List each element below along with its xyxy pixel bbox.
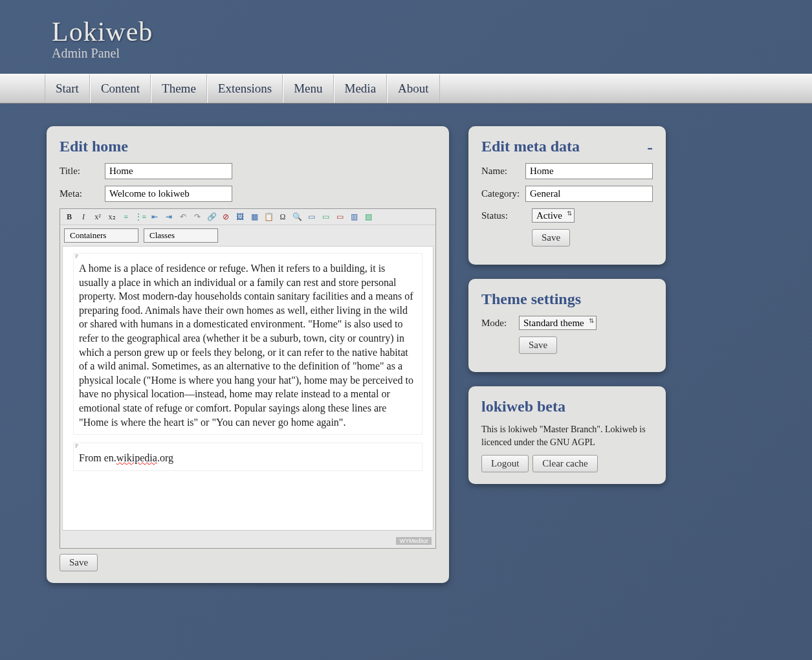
save-content-button[interactable]: Save — [60, 554, 98, 571]
nav-start[interactable]: Start — [45, 74, 90, 103]
subscript-icon[interactable]: x₂ — [107, 212, 117, 222]
align-right-icon[interactable]: ▭ — [335, 212, 345, 222]
meta-heading: Edit meta data — [481, 138, 580, 155]
nav-media[interactable]: Media — [334, 74, 388, 103]
superscript-icon[interactable]: x² — [93, 212, 103, 222]
app-subtitle: Admin Panel — [52, 46, 812, 61]
app-title: Lokiweb — [52, 16, 812, 47]
edit-content-panel: Edit home Title: Meta: B I x² x₂ ≡ ⋮≡ ⇤ … — [47, 126, 449, 583]
nav-menu[interactable]: Menu — [283, 74, 333, 103]
nav-extensions[interactable]: Extensions — [207, 74, 283, 103]
column-icon[interactable]: ▤ — [363, 212, 373, 222]
status-select[interactable]: Active — [532, 208, 575, 223]
containers-tab[interactable]: Containers — [64, 228, 138, 243]
nav-about[interactable]: About — [387, 74, 440, 103]
meta-label: Meta: — [60, 188, 100, 199]
image-icon[interactable]: 🖼 — [235, 212, 245, 222]
italic-icon[interactable]: I — [78, 212, 89, 222]
unlink-icon[interactable]: ⊘ — [221, 212, 231, 222]
beta-text: This is lokiweb "Master Branch". Lokiweb… — [481, 423, 653, 448]
content-paragraph-1[interactable]: A home is a place of residence or refuge… — [79, 261, 417, 429]
editor-toolbar: B I x² x₂ ≡ ⋮≡ ⇤ ⇥ ↶ ↷ 🔗 ⊘ 🖼 ▦ 📋 Ω 🔍 ▭ ▭… — [60, 209, 435, 225]
theme-panel: Theme settings Mode: Standard theme Save — [468, 279, 666, 372]
meta-panel: Edit meta data - Name: Category: Status:… — [468, 126, 666, 265]
save-theme-button[interactable]: Save — [519, 336, 557, 354]
paragraph-block[interactable]: A home is a place of residence or refuge… — [73, 253, 422, 435]
outdent-icon[interactable]: ⇤ — [149, 212, 160, 222]
mode-select[interactable]: Standard theme — [519, 316, 597, 330]
collapse-icon[interactable]: - — [647, 138, 653, 157]
name-input[interactable] — [525, 163, 653, 179]
ordered-list-icon[interactable]: ≡ — [121, 212, 131, 222]
link-icon[interactable]: 🔗 — [206, 212, 217, 222]
nav-theme[interactable]: Theme — [151, 74, 207, 103]
redo-icon[interactable]: ↷ — [192, 212, 203, 222]
bold-icon[interactable]: B — [64, 212, 74, 222]
wymeditor-badge: WYMeditor — [396, 537, 432, 545]
name-label: Name: — [481, 166, 520, 177]
main-nav: StartContentThemeExtensionsMenuMediaAbou… — [0, 74, 812, 104]
title-input[interactable] — [105, 163, 232, 179]
mode-label: Mode: — [481, 318, 514, 329]
align-center-icon[interactable]: ▭ — [320, 212, 331, 222]
status-label: Status: — [481, 210, 527, 221]
title-label: Title: — [60, 166, 100, 177]
content-paragraph-2[interactable]: From en.wikipedia.org — [79, 451, 417, 465]
category-label: Category: — [481, 188, 520, 199]
meta-input[interactable] — [105, 186, 232, 202]
indent-icon[interactable]: ⇥ — [164, 212, 174, 222]
logout-button[interactable]: Logout — [481, 455, 529, 472]
preview-icon[interactable]: 🔍 — [292, 212, 302, 222]
app-header: Lokiweb Admin Panel — [0, 0, 812, 74]
rich-editor: B I x² x₂ ≡ ⋮≡ ⇤ ⇥ ↶ ↷ 🔗 ⊘ 🖼 ▦ 📋 Ω 🔍 ▭ ▭… — [60, 208, 436, 549]
align-left-icon[interactable]: ▭ — [306, 212, 316, 222]
save-meta-button[interactable]: Save — [532, 229, 570, 247]
beta-heading: lokiweb beta — [481, 398, 653, 415]
paragraph-block[interactable]: From en.wikipedia.org — [73, 443, 422, 471]
row-icon[interactable]: ▥ — [349, 212, 359, 222]
unordered-list-icon[interactable]: ⋮≡ — [135, 212, 146, 222]
edit-heading: Edit home — [60, 138, 436, 155]
editor-canvas[interactable]: A home is a place of residence or refuge… — [62, 246, 433, 531]
table-icon[interactable]: ▦ — [249, 212, 259, 222]
beta-panel: lokiweb beta This is lokiweb "Master Bra… — [468, 386, 666, 484]
theme-heading: Theme settings — [481, 291, 653, 308]
category-input[interactable] — [525, 186, 653, 202]
clear-cache-button[interactable]: Clear cache — [532, 455, 597, 472]
classes-tab[interactable]: Classes — [144, 228, 218, 243]
undo-icon[interactable]: ↶ — [178, 212, 188, 222]
nav-content[interactable]: Content — [90, 74, 151, 103]
paste-icon[interactable]: 📋 — [263, 212, 274, 222]
special-char-icon[interactable]: Ω — [278, 212, 288, 222]
